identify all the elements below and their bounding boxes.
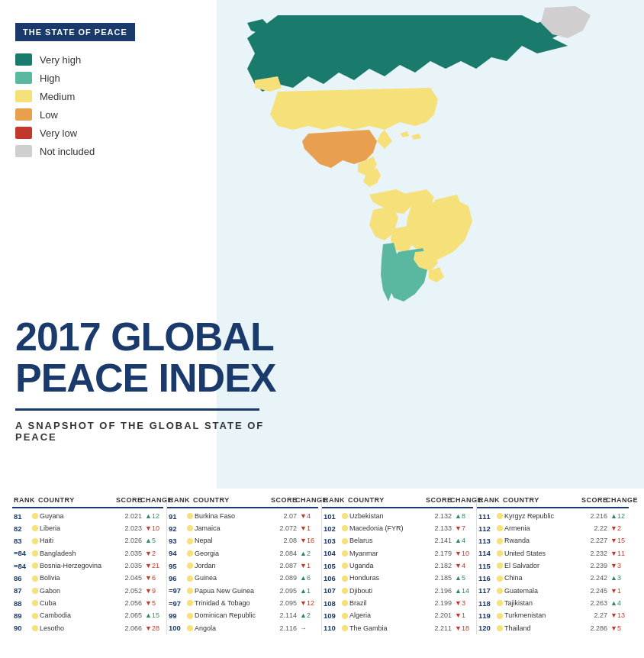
change-value: ▲5 [455, 573, 472, 583]
country-name: Bosnia-Herzegovina [40, 561, 121, 571]
change-value: ▲4 [455, 536, 472, 546]
score-value: 2.179 [434, 549, 452, 559]
table-row: 109 Algeria 2.201 ▼1 [322, 609, 473, 621]
rank-value: 113 [478, 536, 495, 546]
country-name: Bolivia [40, 573, 121, 583]
country-header: COUNTRY [503, 496, 581, 504]
country-name: The Gambia [349, 624, 431, 634]
country-header: COUNTRY [38, 496, 116, 504]
country-dot [497, 513, 503, 519]
legend-items: Very highHighMediumLowVery lowNot includ… [15, 53, 198, 157]
legend-swatch [15, 90, 32, 102]
column-header: RANK COUNTRY SCORE CHANGE [167, 496, 318, 508]
rank-value: 87 [14, 585, 31, 595]
rank-header: RANK [169, 496, 187, 504]
rank-value: =84 [14, 561, 31, 571]
rank-value: =97 [169, 598, 185, 608]
change-value: ▼13 [610, 611, 627, 621]
table-row: 93 Nepal 2.08 ▼16 [167, 535, 318, 547]
score-value: 2.072 [279, 524, 297, 534]
country-dot [342, 550, 348, 556]
legend-label: Low [40, 109, 58, 121]
table-row: 90 Lesotho 2.066 ▼28 [12, 622, 163, 634]
change-value: ▼6 [145, 573, 162, 583]
score-value: 2.263 [590, 598, 607, 608]
change-value: ▼11 [610, 549, 627, 559]
score-value: 2.035 [124, 549, 142, 559]
country-name: Lesotho [40, 624, 121, 634]
country-name: Brazil [349, 598, 431, 608]
country-name: Guinea [195, 573, 276, 583]
table-row: 116 China 2.242 ▲3 [477, 572, 629, 584]
score-value: 2.08 [283, 536, 297, 546]
country-name: Gabon [40, 586, 121, 596]
table-column: RANK COUNTRY SCORE CHANGE 111 Kyrgyz Rep… [477, 496, 632, 634]
change-value: ▼3 [610, 561, 627, 571]
score-value: 2.07 [283, 511, 297, 521]
rank-value: 103 [324, 536, 340, 546]
country-header: COUNTRY [193, 496, 271, 504]
country-name: Burkina Faso [195, 511, 280, 521]
score-value: 2.114 [279, 611, 297, 621]
country-dot [32, 588, 38, 594]
change-value: ▼5 [145, 598, 162, 608]
country-dot [497, 625, 503, 631]
country-name: Guyana [40, 511, 121, 521]
table-row: 118 Tajikistan 2.263 ▲4 [477, 597, 629, 609]
country-name: Guatemala [504, 586, 587, 596]
legend-swatch [15, 108, 32, 121]
change-value: ▲4 [610, 598, 627, 608]
country-dot [497, 538, 503, 544]
country-name: El Salvador [504, 561, 587, 571]
country-name: Bangladesh [40, 549, 121, 559]
country-name: Georgia [195, 549, 276, 559]
change-value: ▼1 [455, 611, 472, 621]
score-value: 2.196 [434, 586, 452, 596]
change-value: ▼16 [300, 536, 317, 546]
rank-value: 116 [478, 573, 495, 583]
table-row: 112 Armenia 2.22 ▼2 [477, 522, 629, 534]
rank-value: 82 [14, 524, 31, 534]
country-dot [32, 625, 38, 631]
rank-value: 96 [169, 573, 185, 583]
table-column: RANK COUNTRY SCORE CHANGE 101 Uzbekistan… [322, 496, 477, 634]
change-value: ▲14 [455, 586, 472, 596]
rank-value: 92 [169, 524, 185, 534]
legend-swatch [15, 145, 32, 157]
divider-line [15, 408, 259, 411]
score-value: 2.132 [434, 511, 452, 521]
table-row: 91 Burkina Faso 2.07 ▼4 [167, 510, 318, 522]
legend-swatch [15, 127, 32, 139]
country-name: Tajikistan [504, 598, 587, 608]
legend-item: Medium [15, 90, 198, 102]
score-value: 2.065 [124, 611, 142, 621]
table-row: 115 El Salvador 2.239 ▼3 [477, 560, 629, 572]
table-row: 88 Cuba 2.056 ▼5 [12, 597, 163, 609]
country-name: Djibouti [349, 586, 431, 596]
rank-value: 118 [478, 598, 495, 608]
score-value: 2.216 [590, 511, 607, 521]
table-row: 94 Georgia 2.084 ▲2 [167, 547, 318, 560]
country-name: Rwanda [504, 536, 587, 546]
country-dot [32, 563, 38, 569]
country-name: Jordan [195, 561, 276, 571]
table-row: 96 Guinea 2.089 ▲6 [167, 572, 318, 584]
score-value: 2.023 [124, 524, 142, 534]
rank-value: 83 [14, 536, 31, 546]
table-row: 89 Cambodia 2.065 ▲15 [12, 609, 163, 621]
change-value: ▲12 [610, 511, 627, 521]
country-name: Papua New Guinea [195, 586, 276, 596]
change-value: ▼15 [610, 536, 627, 546]
country-dot [187, 588, 193, 594]
table-row: 83 Haiti 2.026 ▲5 [12, 535, 163, 547]
country-name: Uzbekistan [349, 511, 431, 521]
change-value: ▼1 [610, 586, 627, 596]
rank-value: 110 [324, 623, 340, 633]
change-value: ▲2 [300, 549, 317, 559]
rank-value: 99 [169, 611, 185, 621]
table-row: 100 Angola 2.116 → [167, 622, 318, 634]
country-dot [342, 563, 348, 569]
rank-value: 101 [324, 511, 340, 521]
country-name: Turkmenistan [504, 611, 591, 621]
score-value: 2.066 [124, 624, 142, 634]
